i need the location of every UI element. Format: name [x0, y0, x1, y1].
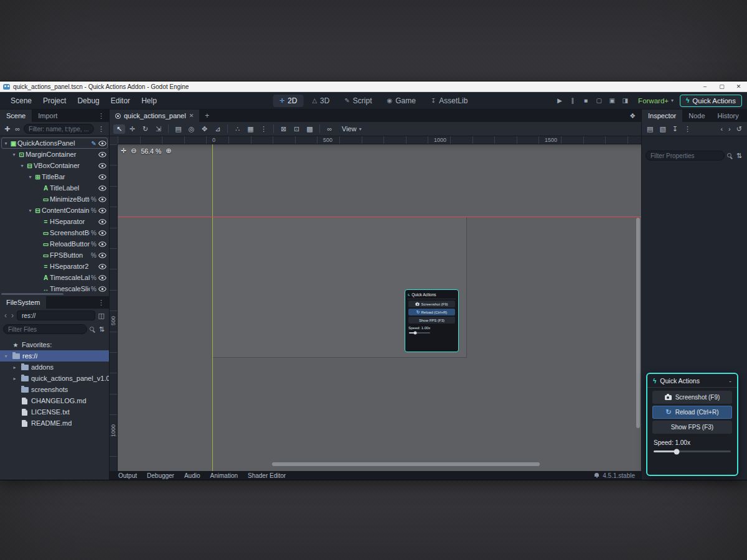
slider-handle[interactable] [674, 449, 680, 454]
2d-canvas[interactable]: ✛ ⊖ 56.4 % ⊕ ϟ Quick Actions [118, 144, 641, 471]
run-current-scene-icon[interactable]: ▣ [606, 97, 618, 104]
zoom-in-icon[interactable]: ⊕ [166, 147, 171, 155]
scene-node-titlelabel[interactable]: ATitleLabel [0, 182, 109, 194]
scene-node-quickactionspanel[interactable]: ▾▣QuickActionsPanel✎ [0, 138, 109, 149]
scene-tab-quick-actions-panel[interactable]: quick_actions_panel ✕ [110, 110, 199, 122]
qa-reload-ctrl-r-button[interactable]: ↻Reload (Ctrl+R) [652, 406, 732, 419]
unique-name-icon[interactable]: % [91, 230, 96, 236]
qa-screenshot-f9-button[interactable]: Screenshot (F9) [652, 391, 732, 404]
grid-snap-icon[interactable]: ▦ [245, 124, 256, 134]
history-back-icon[interactable]: ‹ [719, 125, 724, 133]
remote-debug-icon[interactable]: ▢ [593, 97, 605, 104]
workspace-tab-assetlib[interactable]: ↧AssetLib [425, 95, 474, 107]
workspace-tab-2d[interactable]: ✛2D [273, 95, 304, 107]
tab-history[interactable]: History [712, 110, 745, 122]
maximize-button[interactable]: ▢ [713, 82, 730, 91]
list-select-tool-icon[interactable]: ▤ [172, 124, 184, 134]
visibility-eye-icon[interactable] [98, 275, 106, 281]
speed-slider[interactable] [654, 450, 731, 452]
property-filter-icon[interactable]: ⇅ [735, 152, 743, 160]
scene-node-hseparator[interactable]: =HSeparator [0, 216, 109, 227]
movie-maker-icon[interactable]: ◨ [619, 97, 631, 104]
visibility-eye-icon[interactable] [98, 230, 106, 236]
workspace-tab-game[interactable]: ◉Game [381, 95, 422, 107]
scene-tree-menu-icon[interactable]: ⋮ [96, 125, 106, 133]
expander-arrow-icon[interactable]: ▾ [11, 152, 17, 157]
minimize-button[interactable]: – [697, 82, 713, 91]
expander-arrow-icon[interactable]: ▸ [11, 376, 18, 381]
menu-project[interactable]: Project [37, 95, 72, 107]
new-resource-icon[interactable]: ▤ [646, 125, 654, 133]
fs-item-favorites[interactable]: ★Favorites: [0, 339, 109, 350]
ruler-tool-icon[interactable]: ⊿ [212, 124, 223, 134]
visibility-eye-icon[interactable] [98, 163, 106, 169]
tab-scene[interactable]: Scene [0, 110, 32, 122]
unique-name-icon[interactable]: % [91, 196, 96, 203]
scene-filter-input[interactable] [24, 124, 94, 134]
visibility-eye-icon[interactable] [98, 253, 106, 258]
visibility-eye-icon[interactable] [98, 286, 106, 292]
lock-icon[interactable]: ⊠ [278, 124, 289, 134]
pause-icon[interactable]: ∥ [566, 97, 579, 104]
visibility-eye-icon[interactable] [98, 208, 106, 213]
version-label[interactable]: 4.5.1.stable [603, 472, 635, 479]
scene-node-reloadbutton[interactable]: ▭ReloadButton% [0, 238, 109, 250]
unique-name-icon[interactable]: % [91, 207, 96, 214]
unlock-icon[interactable]: ⊡ [291, 124, 303, 134]
resource-options-icon[interactable]: ⋮ [683, 125, 692, 133]
script-icon[interactable]: ✎ [92, 140, 96, 147]
expander-arrow-icon[interactable]: ▸ [11, 365, 18, 370]
pivot-tool-icon[interactable]: ◎ [186, 124, 197, 134]
scene-node-titlebar[interactable]: ▾⊞TitleBar [0, 171, 109, 182]
play-icon[interactable]: ▶ [553, 97, 566, 104]
fs-filter-input[interactable] [3, 324, 87, 334]
visibility-eye-icon[interactable] [98, 152, 106, 157]
quick-actions-node-preview[interactable]: ϟ Quick Actions Screenshot (F9)↻Reload (… [405, 289, 459, 352]
close-button[interactable]: ✕ [730, 82, 747, 91]
load-resource-icon[interactable]: ▧ [658, 125, 667, 133]
unique-name-icon[interactable]: % [91, 252, 96, 259]
zoom-out-icon[interactable]: ⊖ [131, 147, 136, 155]
filesystem-dock-menu-icon[interactable]: ⋮ [93, 296, 109, 309]
fs-item-changelog-md[interactable]: CHANGELOG.md [0, 395, 109, 406]
workspace-tab-3d[interactable]: △3D [306, 95, 336, 107]
history-forward-icon[interactable]: › [727, 125, 732, 133]
scene-node-fpsbutton[interactable]: ▭FPSButton% [0, 250, 109, 261]
visibility-eye-icon[interactable] [98, 219, 106, 225]
visibility-eye-icon[interactable] [98, 264, 106, 269]
view-menu-button[interactable]: View ▾ [337, 124, 367, 134]
unique-name-icon[interactable]: % [91, 241, 96, 248]
quick-actions-header[interactable]: ϟ Quick Actions - [647, 374, 737, 387]
qa-show-fps-f3-button[interactable]: Show FPS (F3) [652, 421, 732, 434]
object-history-icon[interactable]: ↺ [735, 125, 743, 133]
scene-node-hseparator2[interactable]: =HSeparator2 [0, 261, 109, 272]
menu-debug[interactable]: Debug [72, 95, 105, 107]
fs-sort-icon[interactable]: ⇅ [98, 325, 106, 334]
visibility-eye-icon[interactable] [98, 185, 106, 191]
instance-scene-button[interactable]: ∞ [14, 125, 21, 133]
qa-reload-ctrl-r-button[interactable]: ↻Reload (Ctrl+R) [408, 309, 455, 315]
bottom-tab-shader-editor[interactable]: Shader Editor [243, 472, 291, 479]
fs-item-quick-actions-panel-v1-0-0[interactable]: ▸quick_actions_panel_v1.0.0 [0, 373, 109, 384]
group-icon[interactable]: ▩ [304, 124, 316, 134]
fs-back-icon[interactable]: ‹ [3, 311, 8, 320]
scene-node-vboxcontainer[interactable]: ▾⊟VBoxContainer [0, 160, 109, 171]
add-node-button[interactable]: ✚ [3, 125, 11, 133]
tab-filesystem[interactable]: FileSystem [0, 296, 46, 309]
fs-forward-icon[interactable]: › [10, 311, 15, 320]
menu-editor[interactable]: Editor [105, 95, 136, 107]
close-icon[interactable]: ✕ [189, 113, 194, 119]
visibility-eye-icon[interactable] [98, 197, 106, 202]
scene-node-margincontainer[interactable]: ▾⊡MarginContainer [0, 149, 109, 160]
expander-arrow-icon[interactable]: ▾ [19, 163, 26, 169]
scale-tool-icon[interactable]: ⇲ [153, 124, 164, 134]
canvas-horizontal-scrollbar[interactable] [272, 462, 540, 466]
visibility-eye-icon[interactable] [98, 141, 106, 146]
visibility-eye-icon[interactable] [98, 174, 106, 180]
fs-item-readme-md[interactable]: README.md [0, 418, 109, 429]
expander-arrow-icon[interactable]: ▾ [2, 353, 9, 359]
scene-node-screenshotbutt[interactable]: ▭ScreenshotButt% [0, 227, 109, 238]
fs-item-screenshots[interactable]: screenshots [0, 384, 109, 395]
menu-help[interactable]: Help [136, 95, 162, 107]
fs-path-input[interactable] [17, 310, 95, 320]
